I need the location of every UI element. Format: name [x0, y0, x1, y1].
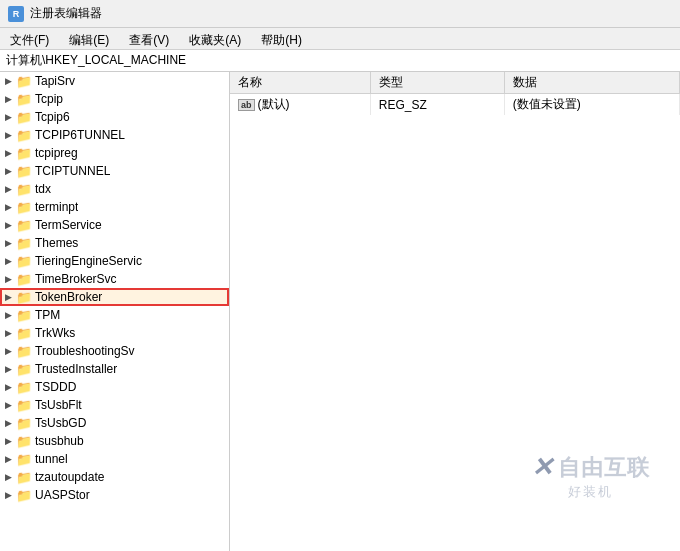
tree-expand-icon[interactable]: ▶ — [0, 328, 16, 338]
tree-expand-icon[interactable]: ▶ — [0, 184, 16, 194]
tree-item-label: TsUsbFlt — [35, 398, 82, 412]
folder-icon: 📁 — [16, 254, 32, 269]
tree-expand-icon[interactable]: ▶ — [0, 220, 16, 230]
tree-item[interactable]: ▶📁TapiSrv — [0, 72, 229, 90]
folder-icon: 📁 — [16, 434, 32, 449]
tree-item[interactable]: ▶📁Tcpip6 — [0, 108, 229, 126]
tree-item[interactable]: ▶📁Tcpip — [0, 90, 229, 108]
folder-icon: 📁 — [16, 290, 32, 305]
tree-item[interactable]: ▶📁tzautoupdate — [0, 468, 229, 486]
tree-item[interactable]: ▶📁tdx — [0, 180, 229, 198]
folder-icon: 📁 — [16, 380, 32, 395]
tree-item-label: TrustedInstaller — [35, 362, 117, 376]
folder-icon: 📁 — [16, 416, 32, 431]
tree-item[interactable]: ▶📁TsUsbFlt — [0, 396, 229, 414]
tree-expand-icon[interactable]: ▶ — [0, 256, 16, 266]
tree-panel[interactable]: ▶📁TapiSrv▶📁Tcpip▶📁Tcpip6▶📁TCPIP6TUNNEL▶📁… — [0, 72, 230, 551]
folder-icon: 📁 — [16, 182, 32, 197]
tree-item[interactable]: ▶📁TSDDD — [0, 378, 229, 396]
folder-icon: 📁 — [16, 146, 32, 161]
tree-item-label: TimeBrokerSvc — [35, 272, 117, 286]
tree-item[interactable]: ▶📁tcpipreg — [0, 144, 229, 162]
tree-item-label: Tcpip6 — [35, 110, 70, 124]
folder-icon: 📁 — [16, 92, 32, 107]
folder-icon: 📁 — [16, 200, 32, 215]
folder-icon: 📁 — [16, 272, 32, 287]
folder-icon: 📁 — [16, 452, 32, 467]
tree-expand-icon[interactable]: ▶ — [0, 238, 16, 248]
tree-item-label: Tcpip — [35, 92, 63, 106]
tree-expand-icon[interactable]: ▶ — [0, 94, 16, 104]
tree-expand-icon[interactable]: ▶ — [0, 310, 16, 320]
tree-item[interactable]: ▶📁TokenBroker — [0, 288, 229, 306]
tree-expand-icon[interactable]: ▶ — [0, 202, 16, 212]
tree-item-label: TCPIP6TUNNEL — [35, 128, 125, 142]
tree-item[interactable]: ▶📁UASPStor — [0, 486, 229, 504]
tree-item[interactable]: ▶📁TPM — [0, 306, 229, 324]
tree-item[interactable]: ▶📁TrustedInstaller — [0, 360, 229, 378]
tree-item-label: TPM — [35, 308, 60, 322]
tree-expand-icon[interactable]: ▶ — [0, 472, 16, 482]
tree-expand-icon[interactable]: ▶ — [0, 418, 16, 428]
tree-expand-icon[interactable]: ▶ — [0, 346, 16, 356]
tree-expand-icon[interactable]: ▶ — [0, 274, 16, 284]
menu-item[interactable]: 编辑(E) — [59, 30, 119, 47]
folder-icon: 📁 — [16, 218, 32, 233]
watermark-line1: ✕ 自由互联 — [531, 452, 650, 483]
tree-item[interactable]: ▶📁TCIPTUNNEL — [0, 162, 229, 180]
app-title: 注册表编辑器 — [30, 5, 102, 22]
watermark-line2: 好装机 — [568, 483, 613, 501]
tree-item-label: TSDDD — [35, 380, 76, 394]
tree-expand-icon[interactable]: ▶ — [0, 166, 16, 176]
address-bar: 计算机\HKEY_LOCAL_MACHINE — [0, 50, 680, 72]
folder-icon: 📁 — [16, 74, 32, 89]
tree-item-label: TokenBroker — [35, 290, 102, 304]
tree-expand-icon[interactable]: ▶ — [0, 148, 16, 158]
menu-item[interactable]: 查看(V) — [119, 30, 179, 47]
folder-icon: 📁 — [16, 362, 32, 377]
tree-expand-icon[interactable]: ▶ — [0, 436, 16, 446]
tree-expand-icon[interactable]: ▶ — [0, 454, 16, 464]
tree-expand-icon[interactable]: ▶ — [0, 364, 16, 374]
tree-item[interactable]: ▶📁terminpt — [0, 198, 229, 216]
tree-item[interactable]: ▶📁TrkWks — [0, 324, 229, 342]
tree-item[interactable]: ▶📁TroubleshootingSv — [0, 342, 229, 360]
tree-expand-icon[interactable]: ▶ — [0, 112, 16, 122]
folder-icon: 📁 — [16, 344, 32, 359]
title-bar: R 注册表编辑器 — [0, 0, 680, 28]
registry-table: 名称 类型 数据 ab(默认) REG_SZ (数值未设置) — [230, 72, 680, 115]
col-data: 数据 — [504, 72, 679, 94]
tree-expand-icon[interactable]: ▶ — [0, 130, 16, 140]
menu-item[interactable]: 帮助(H) — [251, 30, 312, 47]
address-path: 计算机\HKEY_LOCAL_MACHINE — [6, 52, 186, 69]
tree-expand-icon[interactable]: ▶ — [0, 292, 16, 302]
tree-expand-icon[interactable]: ▶ — [0, 490, 16, 500]
tree-expand-icon[interactable]: ▶ — [0, 382, 16, 392]
tree-expand-icon[interactable]: ▶ — [0, 76, 16, 86]
tree-item[interactable]: ▶📁Themes — [0, 234, 229, 252]
col-type: 类型 — [370, 72, 504, 94]
row-type: REG_SZ — [370, 94, 504, 116]
tree-item-label: TroubleshootingSv — [35, 344, 135, 358]
tree-item-label: tzautoupdate — [35, 470, 104, 484]
folder-icon: 📁 — [16, 326, 32, 341]
tree-item[interactable]: ▶📁TCPIP6TUNNEL — [0, 126, 229, 144]
col-name: 名称 — [230, 72, 370, 94]
tree-item-label: tdx — [35, 182, 51, 196]
tree-item[interactable]: ▶📁tunnel — [0, 450, 229, 468]
folder-icon: 📁 — [16, 128, 32, 143]
tree-item-label: tunnel — [35, 452, 68, 466]
watermark: ✕ 自由互联 好装机 — [531, 452, 650, 501]
menu-item[interactable]: 文件(F) — [0, 30, 59, 47]
row-name: ab(默认) — [230, 94, 370, 116]
tree-item[interactable]: ▶📁TieringEngineServic — [0, 252, 229, 270]
tree-expand-icon[interactable]: ▶ — [0, 400, 16, 410]
tree-item[interactable]: ▶📁TsUsbGD — [0, 414, 229, 432]
tree-item[interactable]: ▶📁tsusbhub — [0, 432, 229, 450]
folder-icon: 📁 — [16, 398, 32, 413]
menu-item[interactable]: 收藏夹(A) — [179, 30, 251, 47]
tree-item[interactable]: ▶📁TimeBrokerSvc — [0, 270, 229, 288]
tree-item[interactable]: ▶📁TermService — [0, 216, 229, 234]
tree-item-label: TrkWks — [35, 326, 75, 340]
tree-item-label: TCIPTUNNEL — [35, 164, 110, 178]
